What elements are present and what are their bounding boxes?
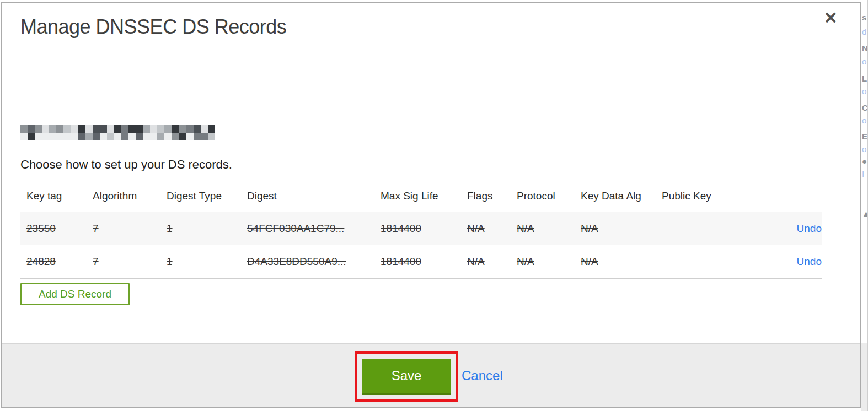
dialog-subtitle: Choose how to set up your DS records.	[20, 158, 232, 172]
background-text-fragment: o	[862, 145, 866, 153]
screen: sdNoLoCoEo●I▲ Manage DNSSEC DS Records ✕…	[0, 0, 868, 411]
col-protocol: Protocol	[511, 185, 575, 212]
cell-key-tag: 24828	[26, 256, 56, 267]
col-action	[738, 185, 822, 212]
cell-digest-type: 1	[167, 256, 173, 267]
cell-algorithm: 7	[93, 223, 99, 234]
background-text-fragment: N	[862, 44, 868, 52]
col-flags: Flags	[461, 185, 511, 212]
cell-flags: N/A	[467, 223, 485, 234]
col-digest: Digest	[241, 185, 374, 212]
dialog-title: Manage DNSSEC DS Records	[20, 15, 286, 39]
background-text-fragment: o	[862, 116, 866, 125]
cell-digest-type: 1	[167, 223, 173, 234]
undo-link[interactable]: Undo	[797, 256, 822, 267]
background-text-fragment: ▲	[862, 209, 868, 218]
background-text-fragment: I	[862, 170, 864, 178]
cell-max-sig-life: 1814400	[381, 223, 421, 234]
background-text-fragment: C	[862, 104, 868, 112]
background-text-fragment: ●	[862, 157, 867, 165]
background-text-fragment: L	[862, 74, 867, 83]
col-public-key: Public Key	[656, 185, 738, 212]
background-text-fragment: d	[862, 28, 866, 36]
col-key-data-alg: Key Data Alg	[575, 185, 656, 212]
cell-key-tag: 23550	[26, 223, 56, 234]
table-row: 24828 7 1 D4A33E8DD550A9... 1814400 N/A …	[20, 245, 822, 279]
cell-key-data-alg: N/A	[581, 256, 598, 267]
table-header-row: Key tag Algorithm Digest Type Digest Max…	[20, 185, 822, 212]
cancel-link[interactable]: Cancel	[462, 368, 503, 383]
cell-algorithm: 7	[93, 256, 99, 267]
cell-protocol: N/A	[517, 256, 534, 267]
redacted-domain-name	[20, 125, 215, 140]
background-text-fragment: E	[862, 132, 867, 140]
background-text-fragment: o	[862, 87, 866, 95]
col-max-sig-life: Max Sig Life	[374, 185, 461, 212]
cell-flags: N/A	[467, 256, 485, 267]
undo-link[interactable]: Undo	[797, 223, 822, 234]
cell-digest: 54FCF030AA1C79...	[247, 223, 344, 234]
add-ds-record-button[interactable]: Add DS Record	[20, 283, 130, 305]
ds-records-table: Key tag Algorithm Digest Type Digest Max…	[20, 185, 822, 279]
cell-digest: D4A33E8DD550A9...	[247, 256, 346, 267]
cell-key-data-alg: N/A	[581, 223, 598, 234]
annotation-highlight-rect: Save	[355, 351, 458, 402]
col-digest-type: Digest Type	[160, 185, 241, 212]
table-row: 23550 7 1 54FCF030AA1C79... 1814400 N/A …	[20, 212, 822, 246]
manage-dnssec-dialog: Manage DNSSEC DS Records ✕ Choose how to…	[1, 2, 861, 408]
close-icon[interactable]: ✕	[824, 10, 838, 26]
col-key-tag: Key tag	[20, 185, 87, 212]
background-text-fragment: o	[862, 57, 866, 66]
background-page-strip: sdNoLoCoEo●I▲	[861, 0, 868, 411]
background-text-fragment: s	[862, 13, 866, 21]
save-button[interactable]: Save	[362, 359, 451, 395]
cell-protocol: N/A	[517, 223, 534, 234]
dialog-footer: Save Cancel	[2, 343, 860, 407]
cell-max-sig-life: 1814400	[381, 256, 421, 267]
background-footer-block	[861, 343, 867, 411]
col-algorithm: Algorithm	[87, 185, 160, 212]
